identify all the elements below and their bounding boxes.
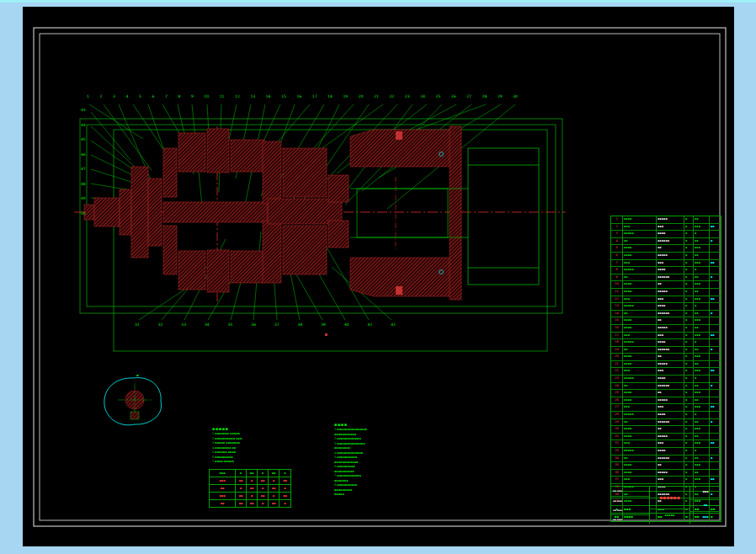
parameter-table-header: ▪▪▪▪▪▪▪▪▪▪ xyxy=(210,470,290,477)
part-name: ▪▪▪▪▪▪ xyxy=(656,419,684,426)
output-cylinder xyxy=(468,148,539,285)
notes-title: ▪▪▪▪▪ xyxy=(212,426,292,432)
part-code: ▪▪ xyxy=(622,238,656,245)
parts-row: 26 ▪▪▪▪ ▪▪▪▪▪ ▪ ▪▪ xyxy=(611,397,721,404)
drawing-content: ▪ 12345678910111213141516171819202122232… xyxy=(0,0,756,554)
part-code: ▪▪▪ xyxy=(622,224,656,231)
part-material: ▪▪ xyxy=(693,383,709,390)
part-note xyxy=(709,231,721,237)
parts-row: 29 ▪▪ ▪▪▪▪▪▪ ▪ ▪▪ ▪ xyxy=(611,418,721,426)
part-name: ▪▪▪ xyxy=(656,368,684,375)
parts-row: 11 ▪▪▪▪ ▪▪▪▪▪ ▪ ▪▪ xyxy=(611,288,721,296)
callout-number: 20 xyxy=(359,94,364,99)
part-note: ▪ xyxy=(709,347,721,354)
callout-number: 46 xyxy=(81,152,86,157)
part-material: ▪▪▪ xyxy=(693,426,709,433)
part-code: ▪▪▪▪ xyxy=(622,317,656,324)
part-qty: ▪ xyxy=(684,477,693,483)
part-note xyxy=(709,303,721,310)
parameter-cell: ▪ xyxy=(257,500,268,507)
notes-block-left: ▪▪▪▪▪ 1.▪▪▪▪▪▪▪ ▪▪▪▪▪2.▪▪▪▪▪▪▪▪▪▪ ▪▪▪3.▪… xyxy=(212,426,292,465)
ring-gear-and-mid-housing xyxy=(263,141,349,283)
title-block-info-row: ▪▪ xyxy=(690,499,721,512)
part-material: ▪▪▪ xyxy=(693,462,709,469)
parts-list: 1 ▪▪▪▪ ▪▪▪▪▪ ▪ ▪▪ 2 ▪▪▪ ▪▪▪ ▪ ▪▪▪ ▪▪ 3 ▪… xyxy=(610,216,721,522)
part-qty: ▪ xyxy=(684,238,693,245)
parts-row: 30 ▪▪▪▪ ▪▪ ▪ ▪▪▪ xyxy=(611,425,721,433)
part-seq: 6 xyxy=(611,253,622,259)
parts-row: 1 ▪▪▪▪ ▪▪▪▪▪ ▪ ▪▪ xyxy=(611,216,721,223)
part-name: ▪▪▪▪▪ xyxy=(656,289,684,296)
parameter-header-cell: ▪ xyxy=(279,470,290,477)
parts-row: 17 ▪▪▪ ▪▪▪ ▪ ▪▪▪ ▪▪ xyxy=(611,332,721,339)
title-block-signature-row: ▪▪ ▪▪▪ xyxy=(611,514,649,524)
note-line: 7.▪▪▪▪ ▪▪▪▪▪ xyxy=(212,460,292,465)
part-note xyxy=(709,448,721,455)
part-code: ▪▪▪▪▪ xyxy=(622,231,656,237)
part-seq: 35 xyxy=(611,462,622,469)
callout-number: 39 xyxy=(321,322,326,327)
parts-row: 32 ▪▪▪ ▪▪▪ ▪ ▪▪▪ ▪▪ xyxy=(611,439,721,447)
part-qty: ▪ xyxy=(684,303,693,310)
part-seq: 24 xyxy=(611,383,622,390)
parameter-row: ▪▪ ▪▪ ▪▪ ▪ ▪▪ ▪ xyxy=(210,499,290,507)
parts-row: 21 ▪▪▪▪ ▪▪▪▪▪ ▪ ▪▪ xyxy=(611,360,721,368)
callout-number: 37 xyxy=(274,322,280,327)
part-qty: ▪ xyxy=(684,404,693,411)
part-seq: 32 xyxy=(611,440,622,447)
part-name: ▪▪ xyxy=(656,426,684,433)
part-qty: ▪ xyxy=(684,397,693,404)
callout-number: 47 xyxy=(81,167,86,171)
parts-row: 20 ▪▪▪▪ ▪▪ ▪ ▪▪▪ xyxy=(611,353,721,360)
part-code: ▪▪ xyxy=(622,311,656,317)
part-name: ▪▪▪▪▪▪ xyxy=(656,455,684,462)
parameter-cell: ▪ xyxy=(268,493,279,499)
part-name: ▪▪▪▪ xyxy=(656,303,684,310)
callout-number: 18 xyxy=(327,94,333,99)
callout-number: 35 xyxy=(228,322,233,327)
part-qty: ▪ xyxy=(684,455,693,462)
detail-key xyxy=(130,412,139,419)
parameter-header-cell: ▪▪ xyxy=(246,470,257,477)
part-material: ▪▪ xyxy=(693,325,709,332)
part-code: ▪▪▪▪ xyxy=(622,325,656,332)
part-code: ▪▪ xyxy=(622,274,656,281)
callout-number: 43 xyxy=(81,108,86,112)
part-note: ▪ xyxy=(709,238,721,245)
part-note: ▪▪ xyxy=(709,368,721,375)
part-code: ▪▪▪ xyxy=(622,296,656,303)
parts-row: 23 ▪▪▪▪▪ ▪▪▪▪ ▪ ▪ xyxy=(611,375,721,382)
parts-row: 2 ▪▪▪ ▪▪▪ ▪ ▪▪▪ ▪▪ xyxy=(611,223,721,231)
part-note: ▪ xyxy=(709,311,721,317)
drawing-title: ▪▪▪▪▪▪ xyxy=(650,487,689,509)
part-seq: 22 xyxy=(611,368,622,375)
part-note xyxy=(709,361,721,368)
part-seq: 34 xyxy=(611,455,622,462)
parts-row: 13 ▪▪▪▪▪ ▪▪▪▪ ▪ ▪ xyxy=(611,302,721,310)
part-code: ▪▪▪▪▪ xyxy=(622,448,656,455)
callout-number: 3 xyxy=(113,94,115,99)
part-seq: 37 xyxy=(611,477,622,483)
callout-number: 6 xyxy=(152,94,154,99)
part-qty: ▪ xyxy=(684,231,693,237)
part-material: ▪▪▪ xyxy=(693,224,709,231)
title-block-signature-row: ▪▪ ▪▪▪ xyxy=(611,505,649,514)
part-name: ▪▪▪▪ xyxy=(656,412,684,418)
part-qty: ▪ xyxy=(684,339,693,346)
part-qty: ▪ xyxy=(684,333,693,339)
part-code: ▪▪▪▪▪ xyxy=(622,339,656,346)
part-material: ▪▪▪ xyxy=(693,404,709,411)
callout-number: 34 xyxy=(205,322,210,327)
part-code: ▪▪▪▪▪ xyxy=(622,376,656,382)
part-qty: ▪ xyxy=(684,426,693,433)
note-line: ▪▪▪▪▪ xyxy=(334,493,444,498)
parameter-cell: ▪▪ xyxy=(210,485,235,492)
parameter-table: ▪▪▪▪▪▪▪▪▪▪ ▪▪▪ ▪▪ ▪ ▪▪ ▪ ▪▪ ▪▪ ▪ ▪▪ ▪ ▪▪… xyxy=(209,469,291,508)
parts-row: 6 ▪▪▪▪ ▪▪▪▪▪ ▪ ▪▪ xyxy=(611,252,721,259)
parts-row: 31 ▪▪▪▪ ▪▪▪▪▪ ▪ ▪▪ xyxy=(611,433,721,440)
part-material: ▪▪▪ xyxy=(693,354,709,360)
notes-block-right: ▪▪▪▪ 1.▪▪▪▪▪▪▪▪▪▪▪▪▪▪▪▪▪▪▪▪▪▪▪▪▪▪2.▪▪▪▪▪… xyxy=(334,422,444,498)
parts-row: 3 ▪▪▪▪▪ ▪▪▪▪ ▪ ▪ xyxy=(611,230,721,237)
detail-label: ▪ xyxy=(136,373,139,377)
part-seq: 12 xyxy=(611,296,622,303)
